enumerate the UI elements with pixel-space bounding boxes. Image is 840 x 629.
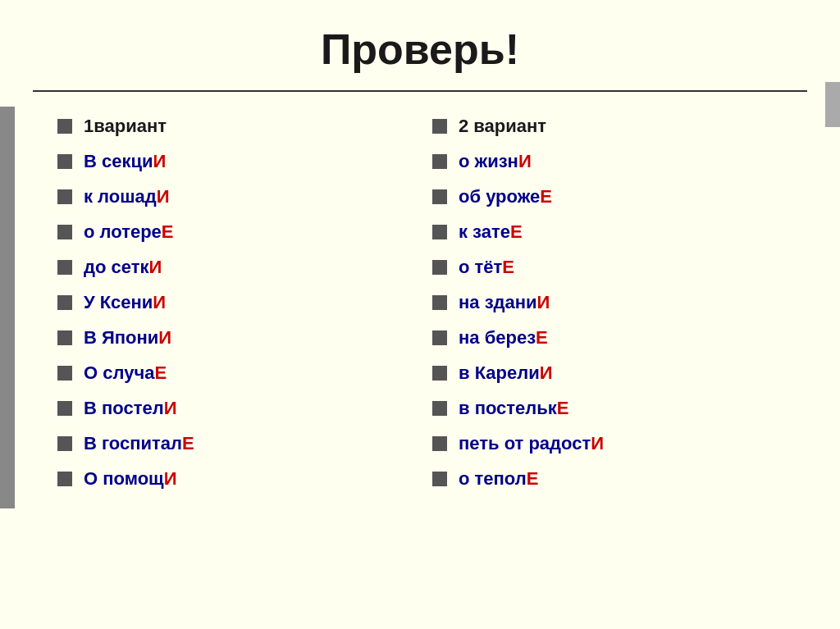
item-text: об урожеЕ xyxy=(459,183,552,210)
bullet-icon xyxy=(57,401,72,416)
list-item: в КарелиИ xyxy=(432,359,807,386)
list-item: до сеткИ xyxy=(57,253,432,280)
list-item: В госпиталЕ xyxy=(57,430,432,457)
bullet-icon xyxy=(432,330,447,345)
page: Проверь! 1вариант В секциИк лошадИо лоте… xyxy=(0,0,840,629)
item-text: в КарелиИ xyxy=(459,359,553,386)
page-title: Проверь! xyxy=(33,16,807,74)
list-item: В секциИ xyxy=(57,148,432,175)
bullet-icon xyxy=(57,225,72,239)
list-item: петь от радостИ xyxy=(432,430,807,457)
list-item: к лошадИ xyxy=(57,183,432,210)
bullet-icon xyxy=(432,295,447,310)
item-text: к затеЕ xyxy=(459,218,523,245)
column-1: 1вариант В секциИк лошадИо лотереЕдо сет… xyxy=(57,112,432,500)
bullet-icon xyxy=(432,436,447,451)
divider xyxy=(33,90,807,92)
content-area: 1вариант В секциИк лошадИо лотереЕдо сет… xyxy=(33,112,807,500)
bullet-icon xyxy=(432,154,447,169)
item-text: О помощИ xyxy=(84,465,176,492)
item-text: петь от радостИ xyxy=(459,430,604,457)
bullet-icon xyxy=(432,401,447,416)
item-text: о теполЕ xyxy=(459,465,538,492)
bullet-icon xyxy=(57,436,72,451)
item-text: В секциИ xyxy=(84,148,166,175)
list-item: в постелькЕ xyxy=(432,394,807,422)
list-item: В ЯпониИ xyxy=(57,324,432,351)
list-item: на зданиИ xyxy=(432,289,807,316)
list-item: на березЕ xyxy=(432,324,807,351)
item-text: В госпиталЕ xyxy=(84,430,194,457)
list-item: о теполЕ xyxy=(432,465,807,492)
item-text: В ЯпониИ xyxy=(84,324,171,351)
bullet-icon xyxy=(57,330,72,345)
list-item: к затеЕ xyxy=(432,218,807,245)
item-text: о жизнИ xyxy=(459,148,532,175)
list-item: о лотереЕ xyxy=(57,218,432,245)
item-text: к лошадИ xyxy=(84,183,170,210)
bullet-col1-header xyxy=(57,119,72,134)
list-item: О случаЕ xyxy=(57,359,432,386)
item-text: О случаЕ xyxy=(84,359,167,386)
bullet-icon xyxy=(432,225,447,239)
bullet-icon xyxy=(432,260,447,275)
bullet-icon xyxy=(432,366,447,381)
item-text: на березЕ xyxy=(459,324,548,351)
list-item: У КсениИ xyxy=(57,289,432,316)
item-text: В постелИ xyxy=(84,394,176,422)
item-text: до сеткИ xyxy=(84,253,162,280)
accent-bar-left xyxy=(0,107,15,508)
item-text: о лотереЕ xyxy=(84,218,174,245)
bullet-icon xyxy=(57,295,72,310)
item-text: на зданиИ xyxy=(459,289,550,316)
col2-header: 2 вариант xyxy=(432,112,807,139)
accent-bar-right xyxy=(825,82,840,127)
bullet-icon xyxy=(57,366,72,381)
item-text: о тётЕ xyxy=(459,253,514,280)
bullet-icon xyxy=(432,189,447,204)
list-item: об урожеЕ xyxy=(432,183,807,210)
bullet-col2-header xyxy=(432,119,447,134)
item-text: У КсениИ xyxy=(84,289,166,316)
list-item: о жизнИ xyxy=(432,148,807,175)
list-item: о тётЕ xyxy=(432,253,807,280)
bullet-icon xyxy=(57,472,72,486)
list-item: О помощИ xyxy=(57,465,432,492)
list-item: В постелИ xyxy=(57,394,432,422)
bullet-icon xyxy=(57,154,72,169)
col1-header-text: 1вариант xyxy=(84,112,167,139)
bullet-icon xyxy=(432,472,447,486)
bullet-icon xyxy=(57,260,72,275)
col1-header: 1вариант xyxy=(57,112,432,139)
item-text: в постелькЕ xyxy=(459,394,569,422)
column-2: 2 вариант о жизнИоб урожеЕк затеЕо тётЕн… xyxy=(432,112,807,500)
col2-header-text: 2 вариант xyxy=(459,112,546,139)
bullet-icon xyxy=(57,189,72,204)
